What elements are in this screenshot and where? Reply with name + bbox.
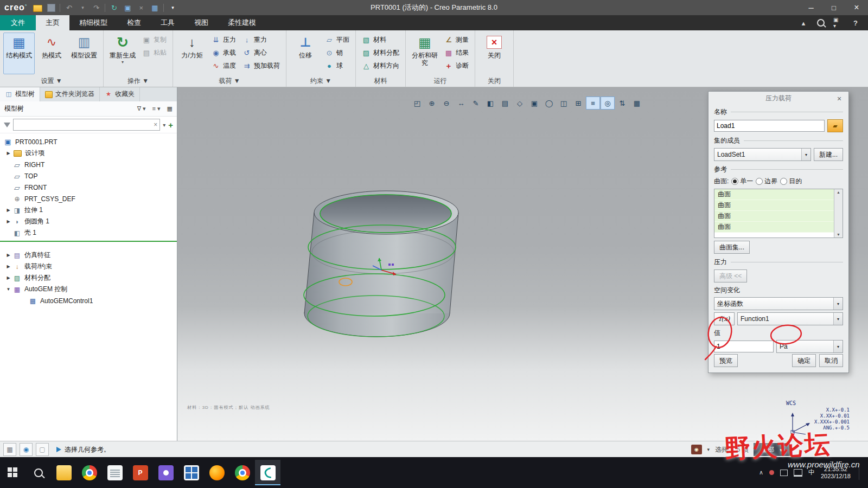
collapse-ribbon-icon[interactable]	[799, 18, 808, 28]
tree-item-sim-features[interactable]: 仿真特征	[0, 249, 177, 261]
sort-button[interactable]	[615, 97, 629, 110]
group-label-settings[interactable]: 设置 ▼	[0, 76, 103, 87]
tab-flexible-modeling[interactable]: 柔性建模	[218, 15, 266, 30]
list-scrollbar[interactable]: ▲▼	[834, 189, 843, 237]
chevron-down-icon[interactable]	[801, 149, 810, 160]
view-manager-button[interactable]	[542, 97, 556, 110]
chrome-2-button[interactable]	[229, 460, 255, 485]
regenerate-button[interactable]: 重新生成 ▾	[107, 33, 138, 74]
display-style-button[interactable]	[483, 97, 497, 110]
group-label-loads[interactable]: 载荷 ▼	[173, 76, 286, 87]
tree-item-extrude[interactable]: 拉伸 1	[0, 204, 177, 216]
group-label-constraints[interactable]: 约束 ▼	[286, 76, 355, 87]
chevron-down-icon[interactable]	[833, 341, 843, 352]
zoom-out-button[interactable]	[439, 97, 454, 110]
model-setup-button[interactable]: 模型设置	[68, 33, 100, 74]
scroll-up-icon[interactable]: ▲	[837, 190, 840, 194]
tree-item-front-plane[interactable]: FRONT	[0, 182, 177, 193]
powerpoint-button[interactable]: P	[127, 460, 153, 485]
close-mode-button[interactable]: 关闭	[478, 33, 510, 74]
undo-dropdown-icon[interactable]	[78, 3, 87, 12]
tab-favorites[interactable]: 收藏夹	[100, 87, 140, 101]
list-item-surface[interactable]: 曲面	[714, 200, 834, 211]
pressure-value-input[interactable]	[714, 341, 774, 352]
search-model-icon[interactable]	[691, 445, 702, 454]
tree-item-autogem[interactable]: AutoGEM 控制	[0, 284, 177, 295]
chevron-down-icon[interactable]	[833, 313, 843, 325]
tree-item-autogem-control[interactable]: AutoGEMControl1	[0, 295, 177, 306]
3d-model-cup[interactable]	[293, 184, 477, 352]
start-button[interactable]	[0, 460, 25, 485]
bearing-button[interactable]: 承载	[209, 47, 239, 59]
tree-item-round[interactable]: 倒圆角 1	[0, 216, 177, 227]
centrifugal-button[interactable]: 离心	[240, 47, 283, 59]
group-label-run[interactable]: 运行	[406, 76, 475, 87]
spin-center-button[interactable]	[601, 97, 615, 110]
tree-search-input[interactable]	[16, 120, 154, 129]
clear-icon[interactable]	[154, 121, 157, 129]
status-window-icon[interactable]	[3, 443, 16, 456]
diagnostics-button[interactable]: 诊断	[442, 60, 471, 72]
tree-item-material-assignment[interactable]: 材料分配	[0, 272, 177, 284]
list-item-surface[interactable]: 曲面	[714, 211, 834, 222]
expand-arrow-icon[interactable]	[4, 208, 12, 213]
add-filter-button[interactable]	[168, 120, 173, 130]
tab-refine-model[interactable]: 精细模型	[69, 15, 117, 30]
show-desktop-button[interactable]	[859, 466, 863, 480]
perspective-button[interactable]	[513, 97, 527, 110]
tree-search-box[interactable]	[13, 119, 160, 131]
tree-item-csys[interactable]: PRT_CSYS_DEF	[0, 193, 177, 204]
material-assignment-button[interactable]: 材料分配	[359, 47, 402, 59]
capture-button[interactable]	[527, 97, 541, 110]
materials-button[interactable]: 材料	[359, 34, 402, 46]
group-label-operations[interactable]: 操作 ▼	[104, 76, 173, 87]
status-web-icon[interactable]	[20, 443, 33, 456]
tree-filter-menu-icon[interactable]	[137, 105, 146, 112]
taskbar-search-button[interactable]	[25, 460, 51, 485]
repaint-button[interactable]	[469, 97, 483, 110]
tree-item-top-plane[interactable]: TOP	[0, 170, 177, 182]
chevron-down-icon[interactable]	[833, 298, 843, 310]
tree-item-loads-constraints[interactable]: 载荷/约束	[0, 261, 177, 272]
save-icon[interactable]	[46, 3, 56, 12]
analyses-studies-button[interactable]: 分析和研究	[409, 33, 441, 74]
ok-button[interactable]: 确定	[792, 354, 816, 367]
search-command-icon[interactable]	[816, 18, 826, 28]
creo-taskbar-button[interactable]	[255, 460, 280, 485]
copy-button[interactable]: 复制	[139, 34, 169, 46]
grid-app-button[interactable]	[178, 460, 204, 485]
filter-button[interactable]	[630, 97, 644, 110]
tree-item-shell[interactable]: 壳 1	[0, 227, 177, 239]
ime-indicator[interactable]: 中	[808, 468, 815, 477]
display-icon[interactable]	[794, 469, 802, 477]
structure-mode-button[interactable]: 结构模式	[3, 33, 35, 74]
app-button[interactable]	[153, 460, 178, 485]
close-window-icon[interactable]	[136, 3, 146, 12]
collapse-arrow-icon[interactable]	[4, 287, 12, 292]
volume-icon[interactable]	[780, 470, 788, 476]
saved-orientations-button[interactable]	[498, 97, 512, 110]
tab-folder-browser[interactable]: 文件夹浏览器	[40, 87, 100, 101]
list-item-surface[interactable]: 曲面	[714, 189, 834, 200]
tree-display-menu-icon[interactable]	[152, 105, 161, 112]
surface-sets-button[interactable]: 曲面集...	[714, 241, 750, 254]
file-explorer-button[interactable]	[51, 460, 76, 485]
tree-item-root[interactable]: PRT0001.PRT	[0, 136, 177, 147]
tab-model-tree[interactable]: 模型树	[0, 87, 40, 101]
list-item-surface[interactable]: 曲面	[714, 222, 834, 233]
radio-single[interactable]: 单一	[731, 177, 753, 186]
tab-tools[interactable]: 工具	[151, 15, 184, 30]
tray-app-icon[interactable]	[769, 470, 774, 475]
tab-file[interactable]: 文件	[0, 15, 36, 30]
tree-settings-icon[interactable]	[167, 105, 173, 112]
displacement-button[interactable]: 位移	[290, 33, 321, 74]
thermal-mode-button[interactable]: 热模式	[36, 33, 67, 74]
results-button[interactable]: 结果	[442, 47, 471, 59]
unit-select[interactable]: Pa	[776, 340, 843, 353]
minimize-button[interactable]	[800, 0, 822, 15]
tray-expand-icon[interactable]: ∧	[759, 469, 763, 476]
tree-item-design[interactable]: 设计项	[0, 147, 177, 159]
spatial-variation-select[interactable]: 坐标函数	[714, 297, 843, 310]
measure-button[interactable]: 测量	[442, 34, 471, 46]
search-dropdown-icon[interactable]	[707, 447, 710, 452]
